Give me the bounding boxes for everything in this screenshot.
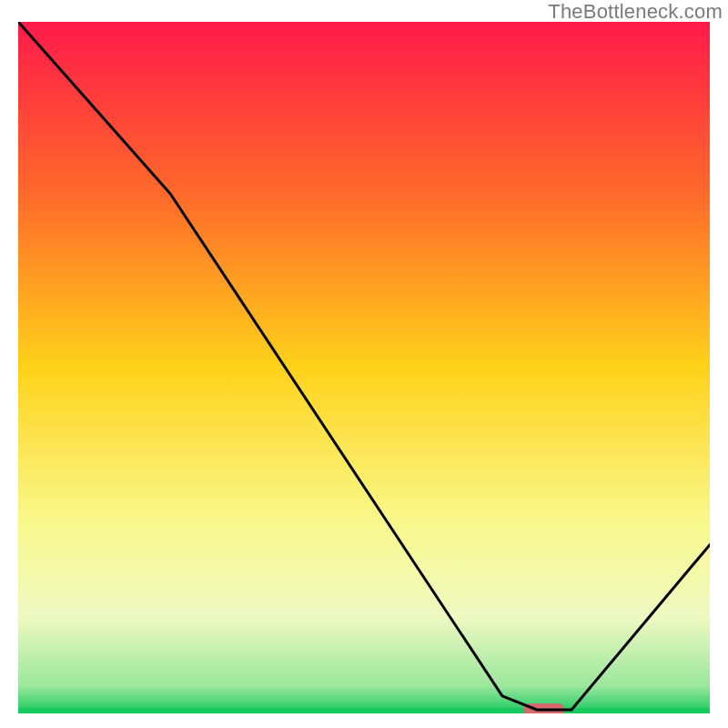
chart-container: TheBottleneck.com [0, 0, 728, 728]
baseline-strip [18, 708, 710, 713]
chart-svg [18, 22, 710, 713]
plot-area [18, 22, 710, 713]
gradient-background [18, 22, 710, 713]
watermark-text: TheBottleneck.com [548, 0, 723, 24]
